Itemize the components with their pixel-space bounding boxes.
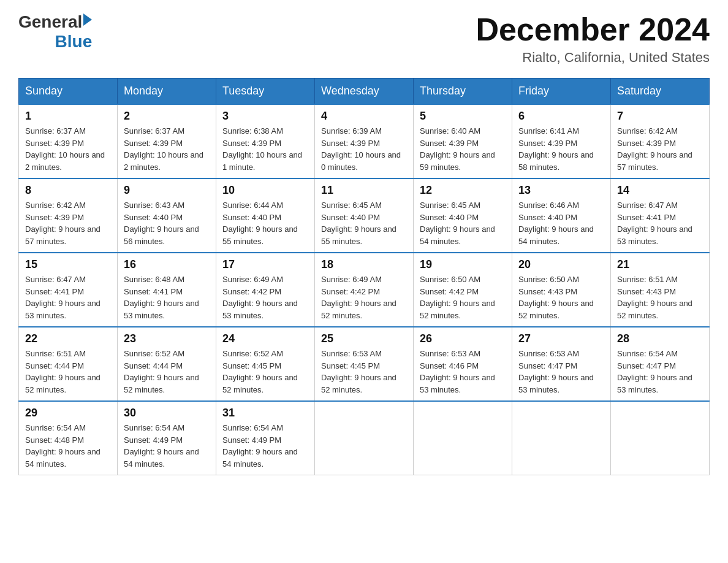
day-info: Sunrise: 6:49 AM Sunset: 4:42 PM Dayligh… — [222, 274, 308, 321]
calendar-cell: 17 Sunrise: 6:49 AM Sunset: 4:42 PM Dayl… — [216, 253, 315, 327]
calendar-cell: 12 Sunrise: 6:45 AM Sunset: 4:40 PM Dayl… — [414, 178, 512, 253]
day-number: 17 — [222, 258, 308, 271]
day-info: Sunrise: 6:41 AM Sunset: 4:39 PM Dayligh… — [518, 125, 604, 173]
day-number: 7 — [617, 110, 703, 123]
calendar-cell: 9 Sunrise: 6:43 AM Sunset: 4:40 PM Dayli… — [118, 178, 216, 253]
calendar-cell: 1 Sunrise: 6:37 AM Sunset: 4:39 PM Dayli… — [19, 104, 118, 178]
calendar-cell — [611, 401, 710, 475]
logo-triangle-icon — [83, 13, 92, 26]
calendar-cell: 25 Sunrise: 6:53 AM Sunset: 4:45 PM Dayl… — [315, 327, 414, 401]
day-number: 4 — [321, 110, 407, 123]
month-title: December 2024 — [476, 12, 710, 47]
day-info: Sunrise: 6:54 AM Sunset: 4:48 PM Dayligh… — [25, 422, 111, 470]
day-number: 18 — [321, 258, 407, 271]
day-number: 26 — [420, 332, 506, 345]
day-number: 12 — [420, 184, 506, 197]
calendar-header-monday: Monday — [118, 79, 216, 105]
calendar-week-row: 1 Sunrise: 6:37 AM Sunset: 4:39 PM Dayli… — [19, 104, 710, 178]
day-number: 8 — [25, 184, 111, 197]
day-info: Sunrise: 6:37 AM Sunset: 4:39 PM Dayligh… — [25, 125, 111, 173]
calendar-header-row: SundayMondayTuesdayWednesdayThursdayFrid… — [19, 79, 710, 105]
day-info: Sunrise: 6:45 AM Sunset: 4:40 PM Dayligh… — [420, 199, 506, 247]
calendar-cell: 28 Sunrise: 6:54 AM Sunset: 4:47 PM Dayl… — [611, 327, 710, 401]
calendar-cell: 10 Sunrise: 6:44 AM Sunset: 4:40 PM Dayl… — [216, 178, 315, 253]
calendar-cell: 4 Sunrise: 6:39 AM Sunset: 4:39 PM Dayli… — [315, 104, 414, 178]
calendar-week-row: 29 Sunrise: 6:54 AM Sunset: 4:48 PM Dayl… — [19, 401, 710, 475]
day-number: 29 — [25, 407, 111, 419]
day-number: 2 — [124, 110, 210, 123]
day-info: Sunrise: 6:45 AM Sunset: 4:40 PM Dayligh… — [321, 199, 407, 247]
calendar-cell: 27 Sunrise: 6:53 AM Sunset: 4:47 PM Dayl… — [512, 327, 611, 401]
calendar-table: SundayMondayTuesdayWednesdayThursdayFrid… — [18, 78, 710, 475]
day-number: 5 — [420, 110, 506, 123]
day-number: 13 — [518, 184, 604, 197]
day-info: Sunrise: 6:54 AM Sunset: 4:47 PM Dayligh… — [617, 348, 703, 396]
calendar-cell: 6 Sunrise: 6:41 AM Sunset: 4:39 PM Dayli… — [512, 104, 611, 178]
day-info: Sunrise: 6:42 AM Sunset: 4:39 PM Dayligh… — [25, 199, 111, 247]
day-info: Sunrise: 6:53 AM Sunset: 4:47 PM Dayligh… — [518, 348, 604, 396]
day-number: 19 — [420, 258, 506, 271]
calendar-cell: 7 Sunrise: 6:42 AM Sunset: 4:39 PM Dayli… — [611, 104, 710, 178]
calendar-cell: 24 Sunrise: 6:52 AM Sunset: 4:45 PM Dayl… — [216, 327, 315, 401]
calendar-header-friday: Friday — [512, 79, 611, 105]
calendar-cell: 8 Sunrise: 6:42 AM Sunset: 4:39 PM Dayli… — [19, 178, 118, 253]
day-number: 11 — [321, 184, 407, 197]
day-info: Sunrise: 6:46 AM Sunset: 4:40 PM Dayligh… — [518, 199, 604, 247]
day-info: Sunrise: 6:47 AM Sunset: 4:41 PM Dayligh… — [25, 274, 111, 321]
calendar-cell: 11 Sunrise: 6:45 AM Sunset: 4:40 PM Dayl… — [315, 178, 414, 253]
day-number: 10 — [222, 184, 308, 197]
calendar-week-row: 22 Sunrise: 6:51 AM Sunset: 4:44 PM Dayl… — [19, 327, 710, 401]
calendar-cell: 18 Sunrise: 6:49 AM Sunset: 4:42 PM Dayl… — [315, 253, 414, 327]
day-number: 22 — [25, 332, 111, 345]
calendar-cell — [512, 401, 611, 475]
calendar-header-sunday: Sunday — [19, 79, 118, 105]
calendar-cell: 29 Sunrise: 6:54 AM Sunset: 4:48 PM Dayl… — [19, 401, 118, 475]
day-number: 28 — [617, 332, 703, 345]
day-number: 14 — [617, 184, 703, 197]
calendar-cell: 16 Sunrise: 6:48 AM Sunset: 4:41 PM Dayl… — [118, 253, 216, 327]
day-info: Sunrise: 6:48 AM Sunset: 4:41 PM Dayligh… — [124, 274, 210, 321]
day-info: Sunrise: 6:43 AM Sunset: 4:40 PM Dayligh… — [124, 199, 210, 247]
day-info: Sunrise: 6:51 AM Sunset: 4:43 PM Dayligh… — [617, 274, 703, 321]
day-number: 31 — [222, 407, 308, 419]
day-info: Sunrise: 6:51 AM Sunset: 4:44 PM Dayligh… — [25, 348, 111, 396]
calendar-header-thursday: Thursday — [414, 79, 512, 105]
page-header: General Blue December 2024 Rialto, Calif… — [18, 12, 710, 66]
day-info: Sunrise: 6:50 AM Sunset: 4:42 PM Dayligh… — [420, 274, 506, 321]
calendar-cell: 15 Sunrise: 6:47 AM Sunset: 4:41 PM Dayl… — [19, 253, 118, 327]
calendar-cell: 30 Sunrise: 6:54 AM Sunset: 4:49 PM Dayl… — [118, 401, 216, 475]
day-number: 30 — [124, 407, 210, 419]
day-number: 23 — [124, 332, 210, 345]
calendar-cell: 21 Sunrise: 6:51 AM Sunset: 4:43 PM Dayl… — [611, 253, 710, 327]
day-info: Sunrise: 6:42 AM Sunset: 4:39 PM Dayligh… — [617, 125, 703, 173]
calendar-cell: 23 Sunrise: 6:52 AM Sunset: 4:44 PM Dayl… — [118, 327, 216, 401]
day-number: 3 — [222, 110, 308, 123]
day-info: Sunrise: 6:50 AM Sunset: 4:43 PM Dayligh… — [518, 274, 604, 321]
calendar-cell: 2 Sunrise: 6:37 AM Sunset: 4:39 PM Dayli… — [118, 104, 216, 178]
day-info: Sunrise: 6:40 AM Sunset: 4:39 PM Dayligh… — [420, 125, 506, 173]
day-info: Sunrise: 6:52 AM Sunset: 4:44 PM Dayligh… — [124, 348, 210, 396]
logo: General Blue — [18, 12, 92, 52]
day-number: 9 — [124, 184, 210, 197]
calendar-cell: 19 Sunrise: 6:50 AM Sunset: 4:42 PM Dayl… — [414, 253, 512, 327]
calendar-week-row: 8 Sunrise: 6:42 AM Sunset: 4:39 PM Dayli… — [19, 178, 710, 253]
calendar-header-tuesday: Tuesday — [216, 79, 315, 105]
day-info: Sunrise: 6:49 AM Sunset: 4:42 PM Dayligh… — [321, 274, 407, 321]
day-info: Sunrise: 6:54 AM Sunset: 4:49 PM Dayligh… — [222, 422, 308, 470]
day-info: Sunrise: 6:47 AM Sunset: 4:41 PM Dayligh… — [617, 199, 703, 247]
day-number: 24 — [222, 332, 308, 345]
day-number: 21 — [617, 258, 703, 271]
calendar-cell: 22 Sunrise: 6:51 AM Sunset: 4:44 PM Dayl… — [19, 327, 118, 401]
calendar-cell: 14 Sunrise: 6:47 AM Sunset: 4:41 PM Dayl… — [611, 178, 710, 253]
day-info: Sunrise: 6:53 AM Sunset: 4:45 PM Dayligh… — [321, 348, 407, 396]
logo-blue: Blue — [55, 32, 93, 52]
calendar-cell: 20 Sunrise: 6:50 AM Sunset: 4:43 PM Dayl… — [512, 253, 611, 327]
calendar-header-saturday: Saturday — [611, 79, 710, 105]
calendar-cell — [315, 401, 414, 475]
day-info: Sunrise: 6:39 AM Sunset: 4:39 PM Dayligh… — [321, 125, 407, 173]
day-info: Sunrise: 6:54 AM Sunset: 4:49 PM Dayligh… — [124, 422, 210, 470]
calendar-cell: 13 Sunrise: 6:46 AM Sunset: 4:40 PM Dayl… — [512, 178, 611, 253]
day-number: 6 — [518, 110, 604, 123]
logo-general: General — [18, 12, 82, 32]
calendar-cell: 31 Sunrise: 6:54 AM Sunset: 4:49 PM Dayl… — [216, 401, 315, 475]
